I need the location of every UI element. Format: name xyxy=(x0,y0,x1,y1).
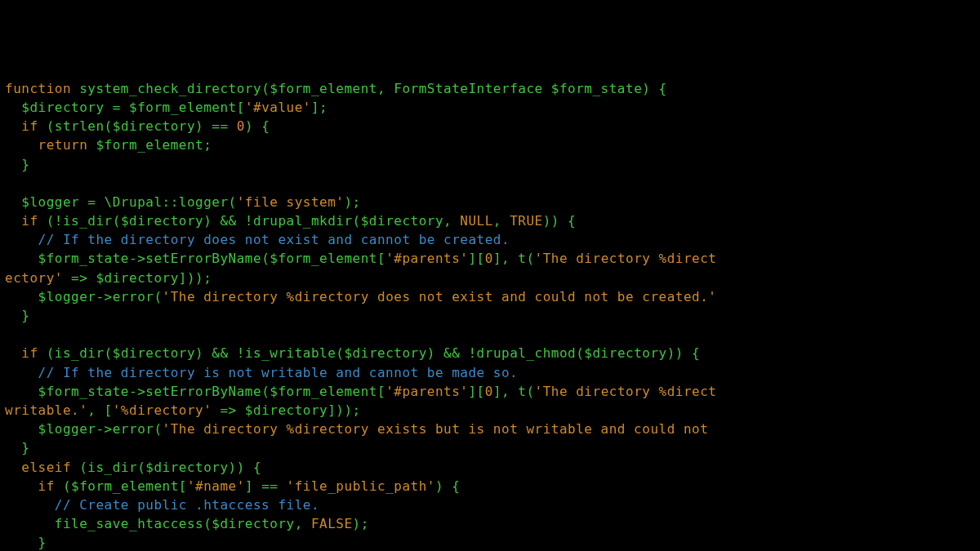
keyword: return xyxy=(38,137,96,153)
function-name: is_writable xyxy=(245,345,336,361)
number: 0 xyxy=(237,118,245,134)
keyword: if xyxy=(38,478,63,494)
code-line: } xyxy=(5,155,975,174)
string: '%directory' xyxy=(113,402,212,418)
variable: $directory xyxy=(584,345,666,361)
function-name: drupal_mkdir xyxy=(253,213,353,229)
variable: $logger xyxy=(38,289,96,304)
variable: $directory xyxy=(121,213,203,229)
keyword: if xyxy=(21,345,46,361)
variable: $form_element xyxy=(96,137,203,153)
variable: $directory xyxy=(21,100,104,115)
code-line: // If the directory is not writable and … xyxy=(5,363,975,382)
code-line-wrap: ectory' => $directory])); xyxy=(5,269,975,287)
comment: // If the directory does not exist and c… xyxy=(38,232,510,247)
comment: // Create public .htaccess file. xyxy=(55,497,319,513)
code-line: function system_check_directory($form_el… xyxy=(5,79,975,98)
string: 'The directory %direct xyxy=(535,384,717,399)
variable: $directory xyxy=(361,213,443,229)
code-line: $logger->error('The directory %directory… xyxy=(5,287,975,306)
type-name: FormStateInterface xyxy=(394,81,551,96)
function-name: drupal_chmod xyxy=(477,345,577,361)
code-line: // Create public .htaccess file. xyxy=(5,495,975,514)
string: 'The directory %direct xyxy=(535,251,717,266)
variable: $form_state xyxy=(551,81,642,96)
variable: $directory xyxy=(245,402,327,418)
punc: ( xyxy=(261,81,270,96)
variable: $directory xyxy=(145,460,228,475)
variable: $form_state xyxy=(38,251,129,266)
code-line: $logger = \Drupal::logger('file system')… xyxy=(5,193,975,211)
code-line xyxy=(5,325,975,344)
function-name: logger xyxy=(179,194,229,210)
keyword: function xyxy=(5,81,79,96)
variable: $form_element xyxy=(270,251,377,266)
code-viewer: function system_check_directory($form_el… xyxy=(5,79,975,551)
comment: // If the directory is not writable and … xyxy=(38,365,519,380)
code-line: $logger->error('The directory %directory… xyxy=(5,420,975,438)
variable: $form_element xyxy=(270,384,377,399)
variable: $form_element xyxy=(129,100,237,115)
code-line: $directory = $form_element['#value']; xyxy=(5,98,975,117)
code-line: } xyxy=(5,533,975,551)
function-name: error xyxy=(113,289,154,304)
code-line: $form_state->setErrorByName($form_elemen… xyxy=(5,382,975,401)
variable: $logger xyxy=(21,194,79,210)
punc: ) { xyxy=(642,81,666,96)
variable: $logger xyxy=(38,421,96,437)
keyword: if xyxy=(21,118,46,134)
code-line: if ($form_element['#name'] == 'file_publ… xyxy=(5,477,975,495)
function-name: t xyxy=(518,251,526,266)
function-name: error xyxy=(113,421,154,437)
string: 'file system' xyxy=(237,194,345,210)
constant: TRUE xyxy=(510,213,543,229)
code-line: elseif (is_dir($directory)) { xyxy=(5,458,975,477)
function-name: system_check_directory xyxy=(79,81,261,96)
function-name: strlen xyxy=(55,118,105,134)
string: 'The directory %directory does not exist… xyxy=(163,289,717,304)
function-name: is_dir xyxy=(55,345,105,361)
variable: $directory xyxy=(96,270,178,286)
function-name: t xyxy=(518,384,526,399)
punc: , xyxy=(377,81,394,96)
constant: FALSE xyxy=(311,516,353,531)
variable: $directory xyxy=(113,118,195,134)
variable: $directory xyxy=(113,345,195,361)
code-line: } xyxy=(5,438,975,457)
string: 'The directory %directory exists but is … xyxy=(163,421,717,437)
variable: $form_element xyxy=(71,478,179,494)
function-name: is_dir xyxy=(63,213,113,229)
code-line-wrap: writable.', ['%directory' => $directory]… xyxy=(5,401,975,420)
number: 0 xyxy=(485,251,493,266)
code-line: return $form_element; xyxy=(5,136,975,154)
variable: $directory xyxy=(212,516,294,531)
code-line: if (is_dir($directory) && !is_writable($… xyxy=(5,344,975,362)
code-line xyxy=(5,174,975,193)
function-name: setErrorByName xyxy=(145,384,261,399)
string: '#value' xyxy=(245,100,311,115)
variable: $form_state xyxy=(38,384,129,399)
variable: $directory xyxy=(344,345,426,361)
function-name: file_save_htaccess xyxy=(55,516,203,531)
string: '#name' xyxy=(187,478,245,494)
operator: = xyxy=(105,100,129,115)
string: '#parents' xyxy=(385,251,468,266)
number: 0 xyxy=(485,384,493,399)
code-line: file_save_htaccess($directory, FALSE); xyxy=(5,514,975,533)
variable: $form_element xyxy=(270,81,377,96)
keyword: elseif xyxy=(21,460,79,475)
code-line: if (strlen($directory) == 0) { xyxy=(5,117,975,136)
code-line: $form_state->setErrorByName($form_elemen… xyxy=(5,249,975,268)
function-name: setErrorByName xyxy=(145,251,261,266)
string: 'file_public_path' xyxy=(287,478,435,494)
keyword: if xyxy=(21,213,46,229)
code-line: if (!is_dir($directory) && !drupal_mkdir… xyxy=(5,211,975,230)
code-line: // If the directory does not exist and c… xyxy=(5,230,975,249)
string: '#parents' xyxy=(385,384,468,399)
code-line: } xyxy=(5,306,975,325)
function-name: is_dir xyxy=(87,460,137,475)
constant: NULL xyxy=(460,213,493,229)
